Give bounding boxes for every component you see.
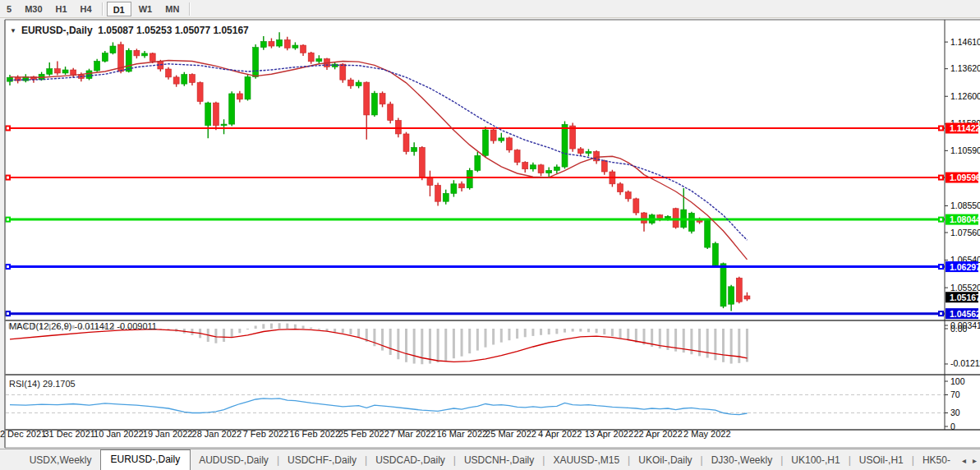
candlestick — [625, 192, 631, 199]
candlestick — [182, 75, 187, 85]
date-axis-label: 7 Mar 2022 — [390, 429, 436, 439]
candlestick — [403, 134, 409, 151]
candlestick — [54, 69, 60, 73]
macd-histogram-bar — [516, 329, 518, 339]
macd-histogram-bar — [255, 325, 257, 329]
level-price-label: 1.04562 — [950, 309, 980, 319]
macd-histogram-bar — [262, 324, 265, 329]
macd-histogram-bar — [531, 329, 534, 336]
macd-histogram-bar — [405, 329, 407, 362]
macd-histogram-bar — [246, 329, 249, 329]
rsi-axis-label: 0 — [950, 422, 955, 431]
macd-histogram-bar — [453, 329, 455, 358]
candlestick — [47, 69, 53, 75]
candlestick — [530, 165, 536, 169]
macd-histogram-bar — [492, 329, 495, 345]
candlestick — [586, 151, 591, 153]
candlestick — [720, 264, 726, 306]
candlestick — [618, 184, 623, 192]
macd-histogram-bar — [397, 329, 399, 359]
candlestick — [744, 296, 750, 299]
macd-histogram-bar — [706, 329, 709, 357]
macd-histogram-bar — [627, 329, 629, 340]
candlestick — [562, 124, 568, 167]
candlestick — [205, 103, 211, 126]
candlestick — [483, 130, 489, 155]
candlestick — [173, 77, 179, 84]
candlestick — [86, 71, 92, 79]
date-axis-label: 28 Jan 2022 — [192, 429, 242, 439]
macd-histogram-bar — [730, 329, 733, 364]
candlestick — [213, 103, 219, 126]
rsi-axis-label: 30 — [950, 408, 960, 417]
candlestick — [395, 121, 401, 134]
candlestick — [253, 48, 259, 77]
candlestick — [499, 138, 504, 141]
level-price-label: 1.06297 — [950, 262, 980, 272]
price-axis-label: 1.14610 — [950, 37, 980, 47]
candlestick — [506, 138, 512, 150]
candlestick — [570, 126, 576, 149]
candlestick — [316, 59, 322, 62]
macd-histogram-bar — [334, 329, 336, 332]
candlestick — [189, 75, 195, 83]
candlestick — [459, 184, 465, 188]
candlestick — [712, 243, 718, 265]
hline-handle-dot — [940, 219, 942, 221]
candlestick — [688, 213, 694, 231]
date-axis-label: 31 Dec 2021 — [44, 429, 95, 439]
macd-axis-label: 0.00 — [950, 324, 968, 334]
date-axis-label: 10 Jan 2022 — [94, 429, 144, 439]
macd-histogram-bar — [746, 329, 748, 362]
macd-histogram-bar — [540, 329, 542, 335]
macd-histogram-bar — [611, 329, 614, 336]
candlestick — [340, 64, 346, 80]
macd-histogram-bar — [270, 324, 273, 329]
hline-handle-dot — [940, 177, 942, 179]
macd-histogram-bar — [310, 328, 312, 329]
candlestick — [245, 77, 251, 99]
date-axis-label: 16 Feb 2022 — [289, 429, 340, 439]
candlestick — [134, 50, 140, 56]
date-axis-label: 16 Mar 2022 — [436, 429, 487, 439]
candlestick — [467, 170, 472, 187]
price-axis-label: 1.10590 — [950, 145, 980, 155]
macd-histogram-bar — [572, 329, 574, 332]
candlestick — [71, 70, 76, 75]
candlestick — [729, 287, 734, 304]
price-axis-label: 1.08550 — [950, 200, 980, 210]
candlestick — [538, 165, 544, 173]
level-price-label: 1.08044 — [950, 214, 980, 224]
level-price-label: 1.11422 — [950, 123, 980, 133]
date-axis-label: 4 Apr 2022 — [538, 429, 582, 439]
macd-histogram-bar — [548, 329, 550, 334]
candlestick — [308, 53, 314, 62]
macd-histogram-bar — [342, 329, 344, 333]
macd-histogram-bar — [524, 329, 527, 337]
candlestick — [475, 155, 481, 170]
candlestick — [380, 94, 385, 104]
macd-histogram-bar — [603, 329, 605, 334]
macd-histogram-bar — [318, 329, 320, 329]
macd-histogram-bar — [278, 323, 281, 329]
macd-histogram-bar — [421, 329, 423, 364]
candlestick — [150, 53, 155, 62]
macd-histogram-bar — [596, 329, 598, 333]
date-axis-label: 22 Apr 2022 — [633, 429, 682, 439]
collapse-triangle-icon[interactable]: ▼ — [10, 27, 16, 35]
macd-histogram-bar — [294, 325, 297, 329]
rsi-axis-label: 100 — [950, 376, 965, 386]
macd-histogram-bar — [722, 329, 725, 362]
candlestick — [260, 41, 266, 47]
macd-histogram-bar — [714, 329, 716, 360]
chart-symbol-label: EURUSD-,Daily — [21, 25, 93, 36]
candlestick — [364, 82, 370, 115]
current-price-label: 1.05167 — [950, 293, 980, 302]
candlestick — [657, 215, 663, 219]
candlestick — [419, 147, 425, 177]
candlestick — [601, 161, 607, 172]
macd-histogram-bar — [381, 329, 384, 351]
candlestick — [554, 167, 559, 170]
macd-indicator-label: MACD(12,26,9) -0.011412 -0.009011 — [9, 321, 157, 331]
macd-histogram-bar — [437, 329, 439, 362]
